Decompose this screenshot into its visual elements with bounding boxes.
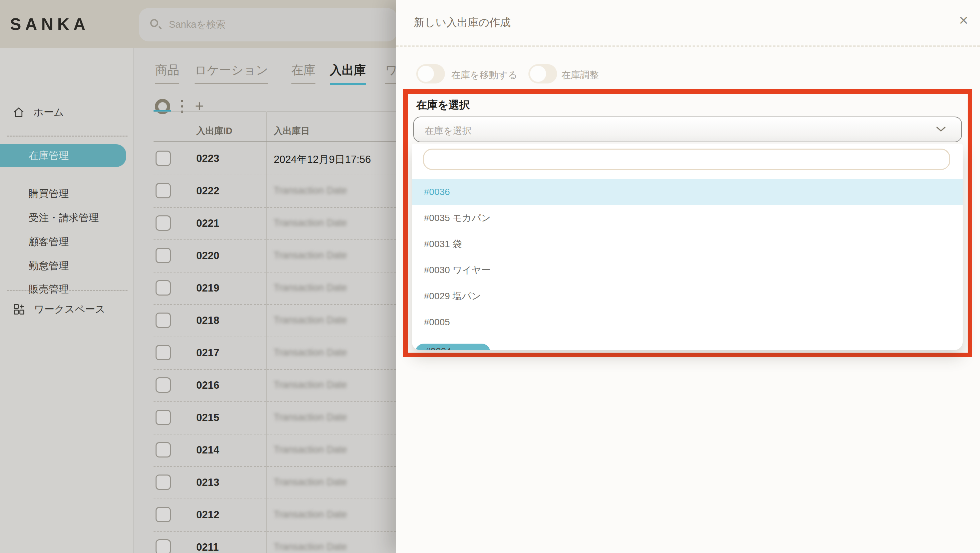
row-id: 0222	[196, 185, 219, 197]
row-date: Transaction Date	[274, 250, 347, 261]
row-id: 0215	[196, 412, 219, 424]
sidebar-divider	[7, 135, 127, 137]
drawer-title: 新しい入出庫の作成	[414, 15, 511, 30]
row-date: Transaction Date	[274, 379, 347, 390]
table-row[interactable]: 0214 Transaction Date	[154, 434, 396, 466]
stock-adjustment-toggle-label: 在庫調整	[562, 69, 599, 81]
row-checkbox[interactable]	[156, 539, 171, 553]
sidebar-item-purchasing[interactable]: 購買管理	[29, 187, 69, 201]
row-id: 0212	[196, 509, 219, 521]
table-row[interactable]: 0220 Transaction Date	[154, 239, 396, 272]
row-date: Transaction Date	[274, 282, 347, 293]
option-0035[interactable]: #0035 モカパン	[412, 206, 963, 231]
row-date: Transaction Date	[274, 412, 347, 423]
row-id: 0221	[196, 217, 219, 229]
row-id: 0220	[196, 250, 219, 262]
row-checkbox[interactable]	[156, 280, 171, 296]
table-row[interactable]: 0218 Transaction Date	[154, 304, 396, 336]
search-icon	[150, 19, 162, 30]
sidebar-item-inventory-selected[interactable]: 在庫管理	[0, 144, 126, 167]
tab-locations[interactable]: ロケーション	[195, 62, 268, 84]
focus-highlight-box: 在庫を選択 在庫を選択 #0036 #0035 モカパン #0031 袋 #00…	[403, 89, 972, 357]
row-checkbox[interactable]	[156, 151, 171, 166]
sidebar-item-attendance[interactable]: 勤怠管理	[29, 259, 69, 273]
row-checkbox[interactable]	[156, 377, 171, 393]
row-checkbox[interactable]	[156, 248, 171, 263]
stock-dropdown-panel: #0036 #0035 モカパン #0031 袋 #0030 ワイヤー #002…	[412, 143, 963, 350]
row-checkbox[interactable]	[156, 442, 171, 457]
row-id: 0219	[196, 282, 219, 294]
table-row[interactable]: 0221 Transaction Date	[154, 207, 396, 239]
row-date: Transaction Date	[274, 315, 347, 325]
sidebar-item-label: ワークスペース	[34, 303, 105, 316]
sidebar-item-customers[interactable]: 顧客管理	[29, 235, 69, 249]
option-0031[interactable]: #0031 袋	[412, 231, 963, 257]
drawer-header-divider	[396, 45, 980, 47]
option-0004-clipped[interactable]: #0004	[415, 344, 490, 350]
sidebar-item-sales[interactable]: 販売管理	[29, 282, 69, 296]
global-search-input[interactable]: Sankaを検索	[139, 8, 397, 41]
chevron-down-icon	[936, 126, 946, 132]
row-checkbox[interactable]	[156, 215, 171, 231]
row-date: Transaction Date	[274, 541, 347, 552]
row-checkbox[interactable]	[156, 410, 171, 425]
row-id: 0223	[196, 153, 219, 165]
row-id: 0216	[196, 379, 219, 391]
option-0005[interactable]: #0005	[412, 309, 963, 335]
row-date: Transaction Date	[274, 217, 347, 228]
sidebar: ホーム 在庫管理 購買管理 受注・請求管理 顧客管理 勤怠管理 販売管理 ワーク…	[0, 48, 134, 553]
sidebar-item-label: ホーム	[33, 105, 64, 119]
tab-products[interactable]: 商品	[155, 62, 179, 84]
row-date: Transaction Date	[274, 509, 347, 520]
table-row[interactable]: 0217 Transaction Date	[154, 336, 396, 369]
row-id: 0213	[196, 477, 219, 489]
table-row[interactable]: 0212 Transaction Date	[154, 499, 396, 531]
table-row[interactable]: 0223 2024年12月9日17:56	[154, 142, 396, 175]
table-row[interactable]: 0211 Transaction Date	[154, 531, 396, 553]
table-row[interactable]: 0216 Transaction Date	[154, 369, 396, 402]
row-id: 0214	[196, 444, 219, 456]
stock-select-placeholder: 在庫を選択	[425, 124, 472, 137]
table-row[interactable]: 0219 Transaction Date	[154, 272, 396, 304]
workspace-icon	[13, 303, 26, 316]
create-movement-drawer: 新しい入出庫の作成 ✕ 在庫を移動する 在庫調整 在庫を選択 在庫を選択 #00…	[396, 0, 980, 553]
close-icon[interactable]: ✕	[959, 15, 969, 27]
row-id: 0211	[196, 541, 219, 553]
search-placeholder: Sankaを検索	[169, 18, 226, 31]
row-checkbox[interactable]	[156, 475, 171, 490]
row-date: Transaction Date	[274, 477, 347, 488]
table-row[interactable]: 0213 Transaction Date	[154, 466, 396, 499]
main-content: 商品 ロケーション 在庫 入出庫 ワ + 入出庫ID 入出庫日 0223 202…	[134, 48, 396, 553]
sidebar-divider	[7, 290, 127, 291]
row-checkbox[interactable]	[156, 183, 171, 198]
dropdown-search-input[interactable]	[423, 148, 950, 170]
move-stock-toggle-label: 在庫を移動する	[451, 69, 517, 81]
row-checkbox[interactable]	[156, 345, 171, 360]
column-header-date: 入出庫日	[274, 125, 310, 137]
option-0029[interactable]: #0029 塩パン	[412, 284, 963, 309]
stock-adjustment-toggle[interactable]	[528, 64, 557, 83]
toggle-knob	[530, 66, 546, 82]
row-id: 0217	[196, 347, 219, 359]
table-row[interactable]: 0215 Transaction Date	[154, 402, 396, 434]
tab-stock-movements[interactable]: 入出庫	[330, 62, 366, 85]
sidebar-item-label: 在庫管理	[29, 149, 69, 163]
option-0030[interactable]: #0030 ワイヤー	[412, 257, 963, 283]
tab-stock[interactable]: 在庫	[291, 62, 315, 84]
stock-select[interactable]: 在庫を選択	[413, 116, 962, 142]
row-checkbox[interactable]	[156, 507, 171, 522]
sidebar-item-orders-billing[interactable]: 受注・請求管理	[29, 211, 99, 225]
table-header-border	[154, 141, 396, 142]
move-stock-toggle[interactable]	[416, 64, 445, 83]
table-row[interactable]: 0222 Transaction Date	[154, 175, 396, 207]
option-0036[interactable]: #0036	[412, 179, 963, 205]
kebab-menu-icon[interactable]	[181, 100, 183, 113]
row-date: 2024年12月9日17:56	[274, 153, 371, 167]
row-checkbox[interactable]	[156, 312, 171, 328]
row-date: Transaction Date	[274, 444, 347, 455]
sidebar-item-home[interactable]: ホーム	[13, 105, 64, 119]
select-stock-label: 在庫を選択	[416, 98, 470, 113]
table-top-border	[154, 112, 396, 112]
sidebar-item-workspace[interactable]: ワークスペース	[13, 303, 105, 316]
row-date: Transaction Date	[274, 185, 347, 196]
